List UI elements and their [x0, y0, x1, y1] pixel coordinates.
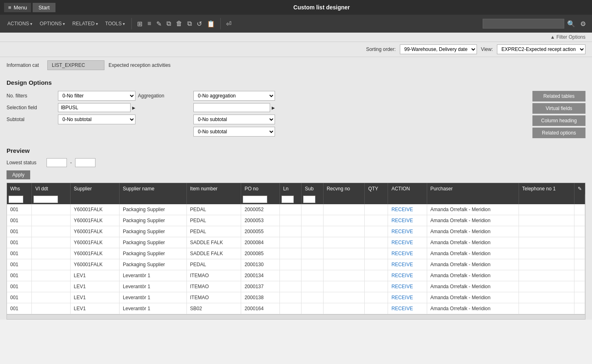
subtotal-2-select[interactable]: 0-No subtotal: [193, 115, 275, 124]
copy-icon-btn[interactable]: ⧉: [164, 18, 173, 29]
apply-button[interactable]: Apply: [7, 170, 30, 179]
table-cell: [302, 237, 323, 248]
filter-whs[interactable]: [9, 196, 23, 203]
selection-field-2-input[interactable]: [193, 103, 270, 112]
table-cell: Packaging Supplier: [119, 204, 186, 215]
selection-field-input[interactable]: [58, 103, 131, 112]
refresh-icon-btn[interactable]: ↺: [195, 18, 204, 29]
status-from-input[interactable]: [47, 158, 67, 167]
sorting-row: Sorting order: 99-Warehouse, Delivery da…: [0, 42, 592, 57]
col-vi-ddt: VI ddt: [32, 183, 70, 194]
table-cell: Leverantör 1: [119, 270, 186, 281]
table-cell: [32, 292, 70, 303]
selection-field-label: Selection field: [7, 105, 55, 110]
status-to-input[interactable]: [75, 158, 95, 167]
table-cell: [323, 292, 365, 303]
toolbar-divider-2: [220, 18, 221, 29]
sorting-label: Sorting order:: [366, 46, 396, 52]
table-cell: [279, 270, 301, 281]
filter-options-label: ▲ Filter Options: [550, 34, 585, 40]
receive-action-link[interactable]: RECEIVE: [391, 229, 413, 234]
table-cell: LEV1: [70, 303, 119, 314]
receive-action-link[interactable]: RECEIVE: [391, 207, 413, 212]
table-cell: [365, 215, 388, 226]
table-cell: 001: [7, 303, 32, 314]
menu-button[interactable]: ≡ Menu: [4, 3, 31, 12]
no-filters-label: No. filters: [7, 93, 55, 99]
table-cell: [574, 226, 585, 237]
receive-action-link[interactable]: RECEIVE: [391, 273, 413, 278]
receive-action-link[interactable]: RECEIVE: [391, 251, 413, 256]
filter-options-toggle[interactable]: ▲ Filter Options: [550, 34, 585, 40]
column-heading-button[interactable]: Column heading: [532, 115, 585, 126]
table-cell: Amanda Orrefalk - Meridion: [427, 281, 519, 292]
table-cell: Amanda Orrefalk - Meridion: [427, 226, 519, 237]
actions-menu[interactable]: ACTIONS ▾: [4, 19, 35, 28]
view-select[interactable]: EXPREC2-Expected recept action: [497, 44, 585, 54]
table-cell: Packaging Supplier: [119, 237, 186, 248]
edit-icon-btn[interactable]: ✎: [154, 18, 164, 29]
table-cell: [574, 259, 585, 270]
receive-action-link[interactable]: RECEIVE: [391, 218, 413, 223]
table-cell: [32, 248, 70, 259]
start-label: Start: [38, 4, 49, 11]
related-options-button[interactable]: Related options: [532, 128, 585, 138]
filter-ln[interactable]: [282, 196, 294, 203]
settings-icon-btn[interactable]: ⚙: [578, 18, 588, 29]
table-cell: LEV1: [70, 270, 119, 281]
copy-icon: ⧉: [166, 20, 171, 27]
receive-action-link[interactable]: RECEIVE: [391, 240, 413, 245]
clipboard-icon: 📋: [207, 20, 215, 28]
options-menu[interactable]: OPTIONS ▾: [36, 19, 68, 28]
aggregation-select[interactable]: 0-No aggregation: [193, 91, 275, 101]
table-cell: [279, 281, 301, 292]
toolbar-search-input[interactable]: [483, 19, 564, 29]
tools-menu[interactable]: TOOLS ▾: [102, 19, 128, 28]
info-cat-row: Information cat LIST_EXPREC Expected rec…: [0, 57, 592, 73]
table-cell: SB02: [186, 303, 241, 314]
table-cell: [302, 204, 323, 215]
table-cell: [365, 237, 388, 248]
page-title: Custom list designer: [55, 4, 588, 11]
filter-vi-ddt[interactable]: [33, 196, 58, 203]
duplicate-icon-btn[interactable]: ⧉: [185, 18, 194, 29]
receive-action-link[interactable]: RECEIVE: [391, 284, 413, 289]
list-icon-btn[interactable]: ≡: [145, 18, 153, 29]
subtotal-1-select[interactable]: 0-No subtotal: [58, 115, 135, 124]
table-cell: Amanda Orrefalk - Meridion: [427, 237, 519, 248]
col-recvng-no: Recvng no: [323, 183, 365, 194]
table-cell: [302, 292, 323, 303]
preview-table: Whs VI ddt Supplier Supplier name Item n…: [7, 183, 585, 314]
table-header-row: Whs VI ddt Supplier Supplier name Item n…: [7, 183, 585, 194]
sorting-select[interactable]: 99-Warehouse, Delivery date: [400, 44, 477, 54]
subtotal-3-select[interactable]: 0-No subtotal: [193, 127, 275, 137]
table-cell: [302, 270, 323, 281]
receive-action-link[interactable]: RECEIVE: [391, 306, 413, 311]
table-cell: [32, 303, 70, 314]
no-filters-select[interactable]: 0-No filter: [58, 91, 135, 101]
table-cell: [32, 237, 70, 248]
filter-sub[interactable]: [303, 196, 315, 203]
horizontal-scrollbar[interactable]: [7, 314, 585, 319]
receive-action-link[interactable]: RECEIVE: [391, 295, 413, 300]
filter-po-no[interactable]: [243, 196, 267, 203]
table-row: 001Y60001FALKPackaging SupplierSADDLE FA…: [7, 248, 585, 259]
related-tables-button[interactable]: Related tables: [532, 91, 585, 101]
add-icon-btn[interactable]: ⊞: [135, 18, 144, 29]
related-menu[interactable]: RELATED ▾: [69, 19, 101, 28]
receive-action-link[interactable]: RECEIVE: [391, 262, 413, 267]
table-cell: Amanda Orrefalk - Meridion: [427, 303, 519, 314]
delete-icon-btn[interactable]: 🗑: [174, 18, 184, 29]
table-cell: ITEMAO: [186, 281, 241, 292]
start-button[interactable]: Start: [33, 3, 55, 12]
table-cell: 001: [7, 259, 32, 270]
table-cell: [323, 248, 365, 259]
table-cell: [519, 292, 574, 303]
table-cell: PEDAL: [186, 226, 241, 237]
table-row: 001LEV1Leverantör 1SB022000164RECEIVEAma…: [7, 303, 585, 314]
virtual-fields-button[interactable]: Virtual fields: [532, 103, 585, 114]
back-icon-btn[interactable]: ⏎: [224, 18, 233, 29]
clipboard-icon-btn[interactable]: 📋: [205, 18, 217, 29]
col-whs: Whs: [7, 183, 32, 194]
search-icon-btn[interactable]: 🔍: [565, 18, 577, 29]
